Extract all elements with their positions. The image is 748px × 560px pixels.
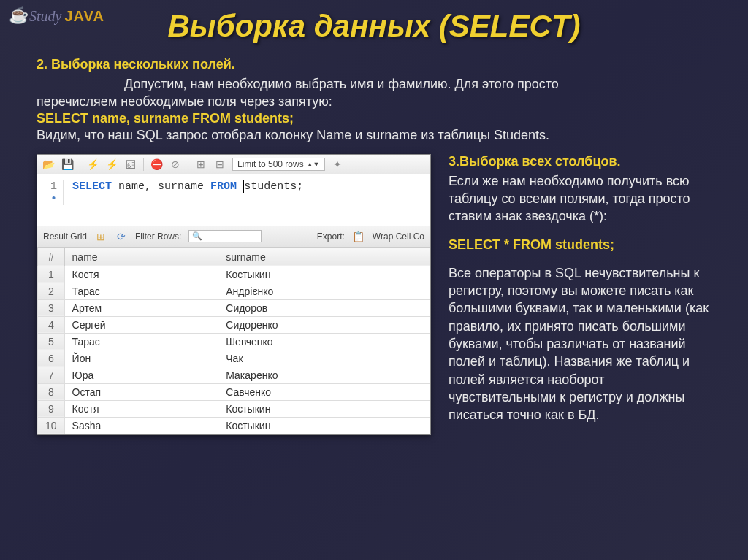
cell-surname[interactable]: Савченко <box>218 383 430 400</box>
col-surname-header[interactable]: surname <box>218 248 430 266</box>
section2-sql: SELECT name, surname FROM students; <box>37 111 711 126</box>
section2-header: 2. Выборка нескольких полей. <box>37 57 711 72</box>
java-cup-icon: ☕ <box>9 6 26 26</box>
table-row[interactable]: 9КостяКостыкин <box>38 400 430 417</box>
separator <box>143 158 144 171</box>
cell-surname[interactable]: Костыкин <box>218 400 430 417</box>
cell-surname[interactable]: Сидоренко <box>218 316 430 333</box>
table-row[interactable]: 7ЮраМакаренко <box>38 367 430 383</box>
table-row[interactable]: 4СергейСидоренко <box>38 316 430 333</box>
table-header-row: # name surname <box>38 248 430 266</box>
table-row[interactable]: 2ТарасАндрієнко <box>38 283 430 299</box>
table-row[interactable]: 10SashaКостыкин <box>38 417 430 434</box>
col-num-header[interactable]: # <box>38 248 65 266</box>
cell-name[interactable]: Артем <box>64 299 218 316</box>
cell-surname[interactable]: Костыкин <box>218 266 430 283</box>
row-limit-select[interactable]: Limit to 500 rows ▲▼ <box>232 158 325 171</box>
cell-name[interactable]: Костя <box>64 400 218 417</box>
section2-line3: Видим, что наш SQL запрос отобрал колонк… <box>37 126 711 144</box>
dropdown-arrow-icon: ▲▼ <box>307 161 320 168</box>
table-row[interactable]: 1КостяКостыкин <box>38 266 430 283</box>
execute-icon[interactable]: ⚡ <box>86 158 99 171</box>
row-num: 6 <box>38 350 65 367</box>
slide-title: Выборка данных (SELECT) <box>0 0 748 44</box>
filter-input[interactable]: 🔍 <box>188 230 262 242</box>
section2-body: Допустим, нам необходимо выбрать имя и ф… <box>37 75 711 111</box>
result-grid-label: Result Grid <box>43 231 87 242</box>
row-num: 8 <box>38 383 65 400</box>
section-2: 2. Выборка нескольких полей. Допустим, н… <box>37 57 711 144</box>
commit-icon[interactable]: ⊘ <box>169 158 182 171</box>
cell-name[interactable]: Сергей <box>64 316 218 333</box>
cell-surname[interactable]: Шевченко <box>218 333 430 350</box>
cell-name[interactable]: Юра <box>64 367 218 383</box>
row-num: 10 <box>38 417 65 434</box>
refresh-icon[interactable]: ⟳ <box>115 230 128 243</box>
open-icon[interactable]: 📂 <box>42 158 55 171</box>
grid-icon[interactable]: ⊞ <box>94 230 107 243</box>
row-num: 7 <box>38 367 65 383</box>
table-row[interactable]: 8ОстапСавченко <box>38 383 430 400</box>
execute-step-icon[interactable]: ⚡ <box>105 158 118 171</box>
row-num: 9 <box>38 400 65 417</box>
separator <box>188 158 188 171</box>
stop-icon[interactable]: ⛔ <box>150 158 163 171</box>
explain-icon[interactable]: 🗟 <box>124 158 137 171</box>
cell-name[interactable]: Йон <box>64 350 218 367</box>
filter-label: Filter Rows: <box>135 231 181 242</box>
cell-name[interactable]: Тарас <box>64 333 218 350</box>
wrap-cell-label: Wrap Cell Co <box>373 231 424 242</box>
row-num: 3 <box>38 299 65 316</box>
toggle-icon[interactable]: ⊞ <box>194 158 207 171</box>
cell-name[interactable]: Костя <box>64 266 218 283</box>
separator <box>80 158 80 171</box>
sql-workbench-window: 📂 💾 ⚡ ⚡ 🗟 ⛔ ⊘ ⊞ ⊟ Limit to 500 rows ▲▼ <box>37 154 431 435</box>
section3-sql: SELECT * FROM students; <box>449 237 711 253</box>
export-icon[interactable]: 📋 <box>352 230 365 243</box>
export-label: Export: <box>317 231 345 242</box>
cell-surname[interactable]: Костыкин <box>218 417 430 434</box>
section-3: 3.Выборка всех столбцов. Если же нам нео… <box>449 154 711 435</box>
save-icon[interactable]: 💾 <box>61 158 74 171</box>
section3-p1: Если же нам необходимо получить всю табл… <box>449 172 711 226</box>
result-grid-table: # name surname 1КостяКостыкин2ТарасАндрі… <box>37 248 430 434</box>
cell-surname[interactable]: Сидоров <box>218 299 430 316</box>
wrap-icon[interactable]: ⊟ <box>213 158 226 171</box>
sql-code-line: SELECT name, surname FROM students; <box>64 180 303 205</box>
row-num: 1 <box>38 266 65 283</box>
table-row[interactable]: 3АртемСидоров <box>38 299 430 316</box>
cell-name[interactable]: Остап <box>64 383 218 400</box>
cell-surname[interactable]: Андрієнко <box>218 283 430 299</box>
cell-surname[interactable]: Чак <box>218 350 430 367</box>
sql-editor[interactable]: 1 • SELECT name, surname FROM students; <box>37 174 430 226</box>
section3-p2: Все операторы в SQL нечувствительны к ре… <box>449 264 711 424</box>
cell-surname[interactable]: Макаренко <box>218 367 430 383</box>
result-toolbar: Result Grid ⊞ ⟳ Filter Rows: 🔍 Export: 📋… <box>37 226 430 248</box>
section3-header: 3.Выборка всех столбцов. <box>449 154 711 169</box>
table-row[interactable]: 6ЙонЧак <box>38 350 430 367</box>
study-java-logo: ☕ Study JAVA <box>9 6 104 26</box>
col-name-header[interactable]: name <box>64 248 218 266</box>
logo-study: Study <box>29 8 61 25</box>
row-num: 5 <box>38 333 65 350</box>
cell-name[interactable]: Тарас <box>64 283 218 299</box>
cell-name[interactable]: Sasha <box>64 417 218 434</box>
table-row[interactable]: 5ТарасШевченко <box>38 333 430 350</box>
search-icon: 🔍 <box>192 231 202 241</box>
line-gutter: 1 • <box>40 180 64 205</box>
row-num: 2 <box>38 283 65 299</box>
row-num: 4 <box>38 316 65 333</box>
editor-toolbar: 📂 💾 ⚡ ⚡ 🗟 ⛔ ⊘ ⊞ ⊟ Limit to 500 rows ▲▼ <box>37 155 430 174</box>
beautify-icon[interactable]: ✦ <box>331 158 344 171</box>
logo-java: JAVA <box>64 8 104 25</box>
